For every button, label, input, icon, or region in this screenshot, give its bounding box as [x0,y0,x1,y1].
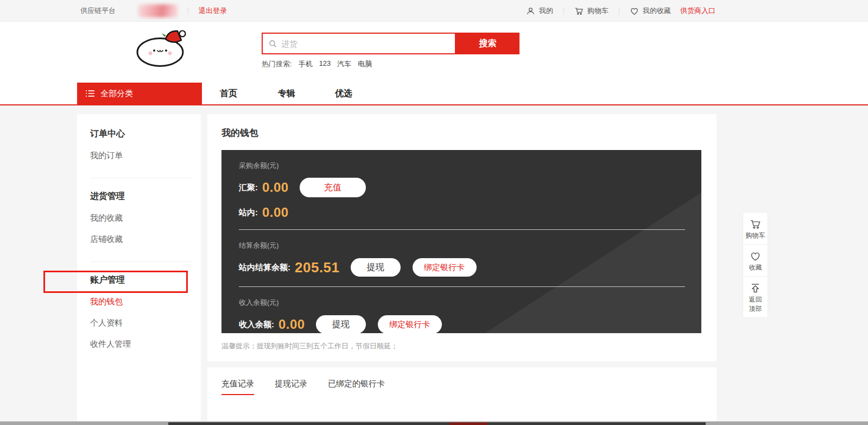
records-tabs: 充值记录 提现记录 已绑定的银行卡 [207,367,717,395]
favorites-link[interactable]: 我的收藏 [630,6,671,16]
huiju-amount: 0.00 [262,180,289,195]
tab-recharge-records[interactable]: 充值记录 [221,379,254,395]
back-to-top-icon [750,283,761,294]
scrollbar-content-sliver-red [449,422,487,425]
tab-withdraw-records[interactable]: 提现记录 [275,379,307,395]
wallet-balance-card: 采购余额(元) 汇聚: 0.00 充值 站内: 0.00 结算余额(元) 站内结… [221,150,701,333]
supplier-entry-link[interactable]: 供货商入口 [680,6,715,16]
hot-search-item[interactable]: 123 [319,59,331,69]
sidebar-item-my-favorites[interactable]: 我的收藏 [90,213,188,223]
cart-label: 购物车 [587,6,609,16]
zhannei-label: 站内: [239,208,258,218]
search-button[interactable]: 搜索 [456,33,519,54]
sidebar-item-my-wallet[interactable]: 我的钱包 [90,297,188,307]
cart-link[interactable]: 购物车 [574,6,609,16]
nav-album[interactable]: 专辑 [278,83,295,104]
cart-icon [574,7,584,16]
float-favorite-label: 收藏 [749,264,762,271]
platform-label: 供应链平台 [80,6,116,16]
card-divider [239,229,685,230]
sidebar-divider [90,178,192,178]
category-list-icon [85,90,95,97]
nav-premium[interactable]: 优选 [335,83,352,104]
all-categories-label: 全部分类 [100,89,133,99]
top-bar: 供应链平台 退出登录 我的 购物车 我的收藏 供货商入口 [0,0,868,22]
settlement-amount: 205.51 [295,259,340,276]
sidebar-item-shop-favorites[interactable]: 店铺收藏 [90,234,188,245]
logout-link[interactable]: 退出登录 [199,6,227,16]
divider [619,7,619,15]
float-cart-button[interactable]: 购物车 [743,212,768,245]
hot-search-item[interactable]: 汽车 [337,59,351,69]
withdraw-tip-text: 温馨提示：提现到账时间三到五个工作日，节假日顺延； [221,341,398,351]
person-icon [526,7,535,16]
wallet-panel: 我的钱包 采购余额(元) 汇聚: 0.00 充值 站内: 0.00 结算余额(元… [207,114,717,361]
cart-icon [750,218,761,230]
settlement-balance-label: 结算余额(元) [239,241,685,251]
username-redacted[interactable] [138,4,178,17]
huiju-label: 汇聚: [239,183,258,193]
nav-home[interactable]: 首页 [220,83,237,104]
search-box [262,33,456,54]
horizontal-scrollbar[interactable] [0,421,868,425]
card-divider [239,286,685,287]
scrollbar-content-sliver [168,422,706,425]
sidebar-group-order-center: 订单中心 [90,128,188,140]
sidebar-group-purchase-management: 进货管理 [90,191,188,202]
sidebar-item-my-orders[interactable]: 我的订单 [90,151,188,161]
back-to-top-button[interactable]: 返回 顶部 [743,277,768,317]
search-bar: 搜索 [262,33,519,54]
bind-bank-card-button-income[interactable]: 绑定银行卡 [378,315,442,333]
site-logo[interactable] [136,28,189,67]
hot-search-row: 热门搜索: 手机 123 汽车 电脑 [262,59,372,69]
tab-bound-bank-cards[interactable]: 已绑定的银行卡 [328,379,385,395]
records-panel: 充值记录 提现记录 已绑定的银行卡 [207,367,717,421]
floating-toolbar: 购物车 收藏 返回 顶部 [743,212,768,318]
my-account-label: 我的 [539,6,553,16]
heart-icon [630,7,639,16]
income-row-label: 收入余额: [239,320,274,330]
purchase-balance-label: 采购余额(元) [239,161,685,171]
hot-search-item[interactable]: 手机 [299,59,313,69]
back-to-top-label-2: 顶部 [749,305,762,312]
top-bar-left: 供应链平台 退出登录 [80,0,227,22]
wallet-page: 供应链平台 退出登录 我的 购物车 我的收藏 供货商入口 [0,0,868,425]
float-cart-label: 购物车 [746,232,765,239]
sidebar-item-profile[interactable]: 个人资料 [90,318,188,328]
sidebar-divider [90,261,192,262]
page-title: 我的钱包 [207,114,717,139]
favorites-label: 我的收藏 [643,6,671,16]
recharge-button[interactable]: 充值 [300,178,366,197]
red-annotation-box [43,271,188,293]
withdraw-button-settlement[interactable]: 提现 [351,258,401,277]
sidebar-item-recipient-management[interactable]: 收件人管理 [90,339,188,349]
withdraw-button-income[interactable]: 提现 [316,315,366,333]
divider [563,7,564,15]
my-account-link[interactable]: 我的 [526,6,553,16]
account-sidebar: 订单中心 我的订单 进货管理 我的收藏 店铺收藏 账户管理 我的钱包 个人资料 … [77,114,201,421]
top-bar-right: 我的 购物车 我的收藏 供货商入口 [526,0,715,22]
search-input[interactable] [263,34,455,53]
income-amount: 0.00 [278,317,305,332]
search-icon [268,39,277,48]
income-balance-label: 收入余额(元) [239,298,685,308]
divider [188,7,188,15]
settlement-row-label: 站内结算余额: [239,262,290,273]
mascot-logo-graphic [136,28,189,67]
hot-search-label: 热门搜索: [262,59,292,69]
hot-search-item[interactable]: 电脑 [358,59,372,69]
float-favorite-button[interactable]: 收藏 [743,245,768,277]
heart-icon [750,251,761,262]
bind-bank-card-button-settlement[interactable]: 绑定银行卡 [413,258,477,277]
all-categories-button[interactable]: 全部分类 [77,83,202,104]
back-to-top-label-1: 返回 [749,296,762,303]
zhannei-amount: 0.00 [262,205,289,220]
